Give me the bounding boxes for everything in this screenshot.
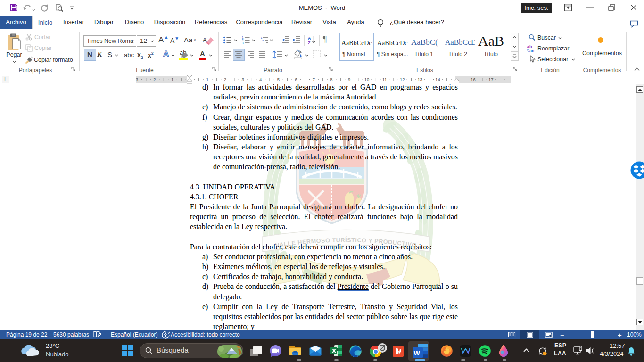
svg-text:14: 14	[435, 77, 440, 82]
svg-text:1: 1	[206, 77, 208, 82]
svg-text:8: 8	[330, 77, 332, 82]
svg-text:2: 2	[153, 77, 156, 82]
svg-text:16: 16	[471, 77, 476, 82]
svg-text:A: A	[308, 36, 311, 41]
svg-text:9: 9	[348, 77, 350, 82]
svg-text:A: A	[203, 36, 207, 43]
svg-text:3: 3	[241, 77, 244, 82]
svg-text:1: 1	[171, 77, 173, 82]
svg-text:4: 4	[259, 77, 262, 82]
svg-text:ac: ac	[529, 49, 534, 53]
svg-text:5: 5	[277, 77, 280, 82]
svg-text:7: 7	[313, 77, 315, 82]
svg-text:3: 3	[136, 77, 138, 82]
svg-text:6: 6	[295, 77, 297, 82]
svg-text:17: 17	[488, 77, 494, 82]
svg-text:3: 3	[242, 41, 244, 45]
svg-text:13: 13	[418, 77, 423, 82]
svg-text:i: i	[264, 42, 264, 45]
svg-text:W: W	[413, 349, 420, 357]
svg-text:11: 11	[382, 77, 387, 82]
svg-text:10: 10	[364, 77, 370, 82]
svg-text:Z: Z	[308, 41, 311, 45]
svg-text:2: 2	[224, 77, 226, 82]
svg-text:12: 12	[400, 77, 405, 82]
